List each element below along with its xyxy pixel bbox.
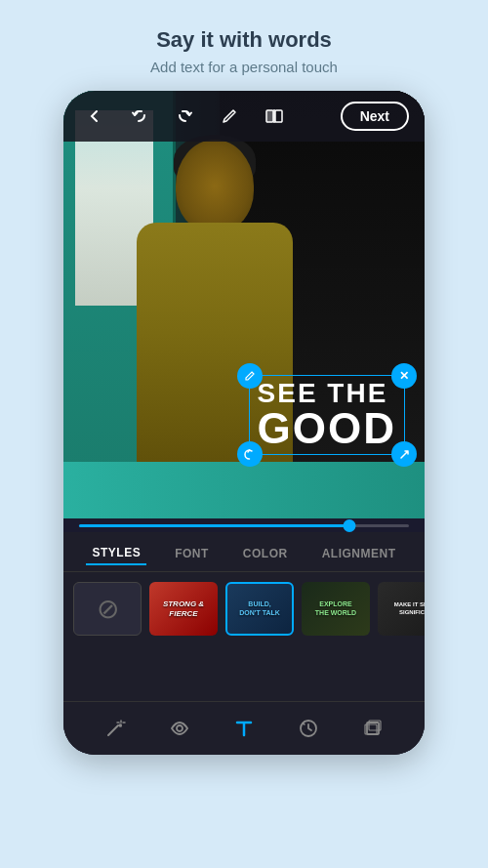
bottom-panel: STYLES FONT COLOR ALIGNMENT ⊘ STRONG &FI… bbox=[63, 532, 425, 755]
none-icon: ⊘ bbox=[97, 593, 119, 625]
strong-fierce-label: STRONG &FIERCE bbox=[161, 598, 206, 620]
edit-handle[interactable] bbox=[237, 363, 263, 389]
svg-line-3 bbox=[108, 725, 118, 735]
photo-canvas: ✕ SEE bbox=[63, 91, 425, 535]
style-thumbnails: ⊘ STRONG &FIERCE BUILD,DON'T TALK EXPLOR… bbox=[63, 572, 425, 645]
close-handle[interactable]: ✕ bbox=[391, 363, 417, 389]
slider-area[interactable] bbox=[63, 518, 425, 532]
slider-thumb[interactable] bbox=[344, 519, 356, 532]
magic-wand-button[interactable] bbox=[98, 711, 133, 746]
svg-rect-0 bbox=[266, 110, 273, 122]
build-dont-talk-label: BUILD,DON'T TALK bbox=[237, 599, 282, 619]
text-button[interactable] bbox=[226, 711, 262, 746]
style-build-dont-talk[interactable]: BUILD,DON'T TALK bbox=[225, 582, 294, 636]
scale-handle[interactable] bbox=[391, 441, 417, 467]
brush-button[interactable] bbox=[214, 101, 245, 132]
style-explore-world[interactable]: EXPLORETHE WORLD bbox=[302, 582, 370, 636]
styles-tabs: STYLES FONT COLOR ALIGNMENT bbox=[63, 532, 425, 572]
undo-button[interactable] bbox=[124, 101, 155, 132]
layers-button[interactable] bbox=[355, 711, 390, 746]
photo-area: ✕ SEE bbox=[63, 91, 425, 535]
bottom-toolbar bbox=[63, 701, 425, 755]
style-make-it[interactable]: MAKE IT SIGSIGNIFIC bbox=[378, 582, 425, 636]
make-it-label: MAKE IT SIGSIGNIFIC bbox=[392, 599, 425, 617]
topbar-right: Next bbox=[341, 102, 409, 131]
person-head bbox=[176, 140, 254, 232]
history-button[interactable] bbox=[291, 711, 326, 746]
tab-alignment[interactable]: ALIGNMENT bbox=[316, 543, 402, 564]
text-box-container[interactable]: ✕ SEE bbox=[249, 375, 405, 455]
redo-button[interactable] bbox=[169, 101, 200, 132]
tab-font[interactable]: FONT bbox=[169, 543, 215, 564]
explore-world-label: EXPLORETHE WORLD bbox=[313, 599, 358, 619]
next-button[interactable]: Next bbox=[341, 102, 409, 131]
page-header: Say it with words Add text for a persona… bbox=[131, 0, 357, 91]
slider-fill bbox=[79, 524, 349, 527]
phone-frame: Next bbox=[63, 91, 425, 755]
back-button[interactable] bbox=[79, 101, 110, 132]
svg-point-8 bbox=[177, 725, 183, 731]
overlay-line2: GOOD bbox=[258, 407, 396, 450]
tab-styles[interactable]: STYLES bbox=[86, 542, 146, 565]
phone-topbar: Next bbox=[63, 91, 425, 142]
tab-color[interactable]: COLOR bbox=[237, 543, 294, 564]
page-subtitle: Add text for a personal touch bbox=[150, 59, 338, 75]
rotate-handle[interactable] bbox=[237, 441, 263, 467]
overlay-line1: SEE THE bbox=[258, 380, 396, 407]
selection-border: ✕ SEE bbox=[249, 375, 405, 455]
compare-button[interactable] bbox=[259, 101, 290, 132]
style-strong-fierce[interactable]: STRONG &FIERCE bbox=[149, 582, 218, 636]
style-none[interactable]: ⊘ bbox=[73, 582, 142, 636]
person-body bbox=[137, 223, 293, 496]
topbar-left bbox=[79, 101, 290, 132]
eye-button[interactable] bbox=[162, 711, 197, 746]
slider-track[interactable] bbox=[79, 524, 409, 527]
svg-rect-1 bbox=[275, 110, 282, 122]
page-title: Say it with words bbox=[150, 27, 338, 53]
